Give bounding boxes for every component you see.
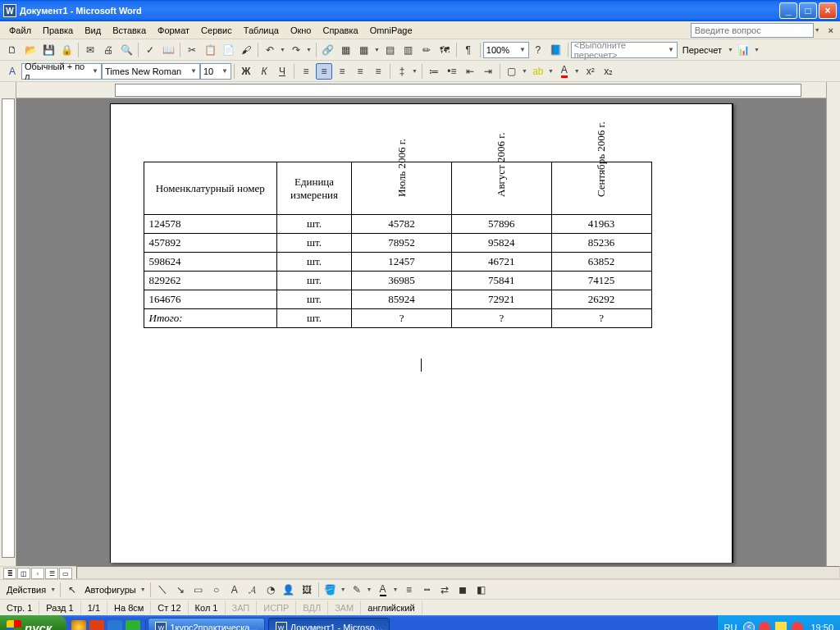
align-justify-icon[interactable]: ≡ bbox=[352, 63, 368, 80]
shadow-icon[interactable]: ◼ bbox=[454, 582, 471, 598]
select-objects-icon[interactable]: ↖ bbox=[64, 582, 80, 598]
tray-icon-2[interactable] bbox=[775, 622, 787, 630]
textbox-icon[interactable]: A bbox=[226, 582, 243, 598]
help-icon[interactable]: ? bbox=[530, 42, 546, 58]
styles-pane-icon[interactable]: A bbox=[4, 63, 21, 80]
minimize-button[interactable]: _ bbox=[779, 2, 797, 19]
save-icon[interactable]: 💾 bbox=[40, 42, 57, 58]
align-center-icon[interactable]: ≡ bbox=[316, 63, 332, 80]
draw-actions-menu[interactable]: Действия bbox=[3, 583, 49, 596]
view-normal-icon[interactable]: ≣ bbox=[3, 568, 16, 579]
picture-icon[interactable]: 🖼 bbox=[299, 582, 315, 598]
arrowstyle-icon[interactable]: ⇄ bbox=[436, 582, 453, 598]
preview-icon[interactable]: 🔍 bbox=[118, 42, 135, 58]
autoshapes-menu[interactable]: Автофигуры bbox=[81, 583, 139, 596]
tray-lang[interactable]: RU bbox=[724, 623, 737, 630]
menu-view[interactable]: Вид bbox=[79, 24, 107, 37]
document-page[interactable]: Номенклатурный номер Единица измерения И… bbox=[110, 103, 733, 563]
drawing-icon[interactable]: ✏ bbox=[418, 42, 435, 58]
permissions-icon[interactable]: 🔒 bbox=[58, 42, 75, 58]
new-doc-icon[interactable]: 🗋 bbox=[4, 42, 21, 58]
lineweight-icon[interactable]: ≡ bbox=[400, 582, 417, 598]
rectangle-icon[interactable]: ▭ bbox=[190, 582, 207, 598]
bold-button[interactable]: Ж bbox=[238, 63, 254, 80]
redo-dropdown[interactable]: ▼ bbox=[306, 47, 312, 52]
tables-borders-icon[interactable]: ▦ bbox=[338, 42, 354, 58]
numbered-list-icon[interactable]: ≔ bbox=[426, 63, 442, 80]
undo-dropdown[interactable]: ▼ bbox=[280, 47, 285, 52]
fontsize-select[interactable]: 10▼ bbox=[200, 63, 231, 80]
tray-icon-1[interactable] bbox=[759, 622, 770, 630]
copy-icon[interactable]: 📋 bbox=[202, 42, 218, 58]
style-select[interactable]: Обычный + по л▼ bbox=[21, 63, 102, 80]
document-scroll[interactable]: Номенклатурный номер Единица измерения И… bbox=[16, 98, 826, 566]
outdent-icon[interactable]: ⇤ bbox=[462, 63, 478, 80]
fontcolor2-icon[interactable]: A bbox=[375, 582, 391, 598]
redo-icon[interactable]: ↷ bbox=[288, 42, 304, 58]
ql-icon-3[interactable] bbox=[107, 620, 122, 630]
bullet-list-icon[interactable]: •≡ bbox=[444, 63, 460, 80]
ql-icon-4[interactable] bbox=[126, 620, 140, 630]
linespacing-icon[interactable]: ‡ bbox=[394, 63, 410, 80]
clipart-icon[interactable]: 👤 bbox=[281, 582, 297, 598]
menu-edit[interactable]: Правка bbox=[37, 24, 79, 37]
start-button[interactable]: пуск bbox=[0, 615, 66, 630]
menu-file[interactable]: Файл bbox=[3, 24, 37, 37]
columns-icon[interactable]: ▥ bbox=[400, 42, 417, 58]
tray-hide-icon[interactable]: < bbox=[743, 622, 755, 630]
open-icon[interactable]: 📂 bbox=[22, 42, 39, 58]
superscript-icon[interactable]: x² bbox=[582, 63, 599, 80]
chart-icon[interactable]: 📊 bbox=[736, 42, 752, 58]
indent-icon[interactable]: ⇥ bbox=[480, 63, 496, 80]
help-dropdown-icon[interactable]: ▼ bbox=[815, 27, 820, 33]
undo-icon[interactable]: ↶ bbox=[262, 42, 278, 58]
menu-tools[interactable]: Сервис bbox=[195, 24, 238, 37]
paste-icon[interactable]: 📄 bbox=[220, 42, 236, 58]
line-icon[interactable]: ＼ bbox=[154, 582, 171, 598]
vertical-scrollbar[interactable] bbox=[826, 82, 840, 566]
status-ovr[interactable]: ЗАМ bbox=[328, 601, 361, 614]
menu-format[interactable]: Формат bbox=[152, 24, 195, 37]
italic-button[interactable]: К bbox=[256, 63, 272, 80]
menu-omnipage[interactable]: OmniPage bbox=[364, 24, 418, 37]
view-outline-icon[interactable]: ☰ bbox=[45, 568, 58, 579]
horizontal-scrollbar[interactable] bbox=[76, 566, 840, 579]
status-lang[interactable]: английский bbox=[361, 601, 422, 614]
document-table[interactable]: Номенклатурный номер Единица измерения И… bbox=[144, 162, 652, 328]
diagram-icon[interactable]: ◔ bbox=[262, 582, 279, 598]
distribute-icon[interactable]: ≡ bbox=[370, 63, 386, 80]
wordart-icon[interactable]: 𝓐 bbox=[244, 582, 261, 598]
doc-close-button[interactable]: × bbox=[825, 25, 837, 35]
ql-icon-1[interactable] bbox=[71, 620, 86, 630]
status-rec[interactable]: ЗАП bbox=[226, 601, 258, 614]
excel-icon[interactable]: ▤ bbox=[382, 42, 399, 58]
format-painter-icon[interactable]: 🖌 bbox=[238, 42, 254, 58]
hyperlink-icon[interactable]: 🔗 bbox=[320, 42, 336, 58]
help-search-input[interactable] bbox=[691, 23, 814, 38]
zoom-select[interactable]: 100%▼ bbox=[483, 42, 529, 58]
vertical-ruler[interactable] bbox=[0, 82, 16, 566]
menu-insert[interactable]: Вставка bbox=[107, 24, 152, 37]
recalc-hint-box[interactable]: <Выполните пересчет>▼ bbox=[571, 42, 678, 58]
status-ext[interactable]: ВДЛ bbox=[296, 601, 328, 614]
align-left-icon[interactable]: ≡ bbox=[298, 63, 314, 80]
insert-table-icon[interactable]: ▦ bbox=[356, 42, 372, 58]
taskbar-item-2[interactable]: WДокумент1 - Microso... bbox=[268, 618, 390, 630]
th-jul[interactable]: Июль 2006 г. bbox=[352, 162, 452, 215]
highlight-icon[interactable]: ab bbox=[530, 63, 546, 80]
th-nomenclature[interactable]: Номенклатурный номер bbox=[144, 162, 276, 215]
horizontal-ruler[interactable] bbox=[16, 82, 826, 98]
menu-help[interactable]: Справка bbox=[317, 24, 363, 37]
view-reading-icon[interactable]: ▭ bbox=[59, 568, 72, 579]
close-button[interactable]: × bbox=[819, 2, 837, 19]
th-unit[interactable]: Единица измерения bbox=[276, 162, 351, 215]
print-icon[interactable]: 🖨 bbox=[100, 42, 116, 58]
underline-button[interactable]: Ч bbox=[274, 63, 290, 80]
dashstyle-icon[interactable]: ┅ bbox=[418, 582, 435, 598]
menu-table[interactable]: Таблица bbox=[238, 24, 285, 37]
th-sep[interactable]: Сентябрь 2006 г. bbox=[551, 162, 651, 215]
spellcheck-icon[interactable]: ✓ bbox=[142, 42, 158, 58]
fontcolor-icon[interactable]: A bbox=[556, 63, 573, 80]
borders-icon[interactable]: ▢ bbox=[504, 63, 520, 80]
font-select[interactable]: Times New Roman▼ bbox=[102, 63, 200, 80]
